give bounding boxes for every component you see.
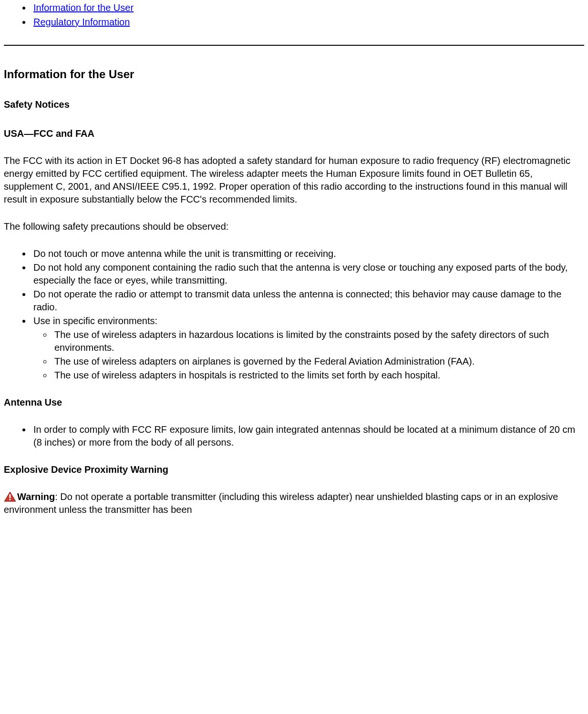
list-item: In order to comply with FCC RF exposure …	[31, 423, 584, 449]
list-item: Do not touch or move antenna while the u…	[31, 247, 584, 260]
sub-environments-list: The use of wireless adapters in hazardou…	[33, 328, 584, 382]
warning-triangle-icon	[4, 491, 16, 502]
paragraph-precautions-lead: The following safety precautions should …	[4, 220, 584, 233]
toc-list: Information for the User Regulatory Info…	[4, 1, 584, 29]
list-item: Information for the User	[31, 1, 584, 14]
section-heading-info-user: Information for the User	[4, 67, 584, 82]
subsubsection-heading-explosive: Explosive Device Proximity Warning	[4, 463, 584, 476]
list-item: Regulatory Information	[31, 16, 584, 29]
list-item: Do not operate the radio or attempt to t…	[31, 288, 584, 314]
antenna-list: In order to comply with FCC RF exposure …	[4, 423, 584, 449]
subsection-heading-safety: Safety Notices	[4, 98, 584, 111]
list-item: The use of wireless adapters on airplane…	[52, 355, 584, 368]
paragraph-intro: The FCC with its action in ET Docket 96-…	[4, 154, 584, 206]
list-item: Do not hold any component containing the…	[31, 261, 584, 287]
list-item-label: Use in specific environments:	[33, 316, 157, 326]
subsubsection-heading-usa: USA—FCC and FAA	[4, 127, 584, 140]
svg-rect-2	[10, 499, 11, 500]
document-page: Information for the User Regulatory Info…	[0, 1, 588, 520]
precautions-list: Do not touch or move antenna while the u…	[4, 247, 584, 382]
list-item: The use of wireless adapters in hospital…	[52, 369, 584, 382]
toc-link-regulatory[interactable]: Regulatory Information	[33, 17, 130, 27]
horizontal-rule	[4, 45, 584, 46]
warning-text: : Do not operate a portable transmitter …	[4, 491, 558, 515]
paragraph-warning: Warning: Do not operate a portable trans…	[4, 490, 584, 516]
subsubsection-heading-antenna: Antenna Use	[4, 396, 584, 409]
toc-link-info-user[interactable]: Information for the User	[33, 2, 134, 13]
list-item: Use in specific environments: The use of…	[31, 315, 584, 382]
svg-rect-1	[10, 494, 11, 498]
warning-label: Warning	[17, 491, 55, 502]
list-item: The use of wireless adapters in hazardou…	[52, 328, 584, 354]
